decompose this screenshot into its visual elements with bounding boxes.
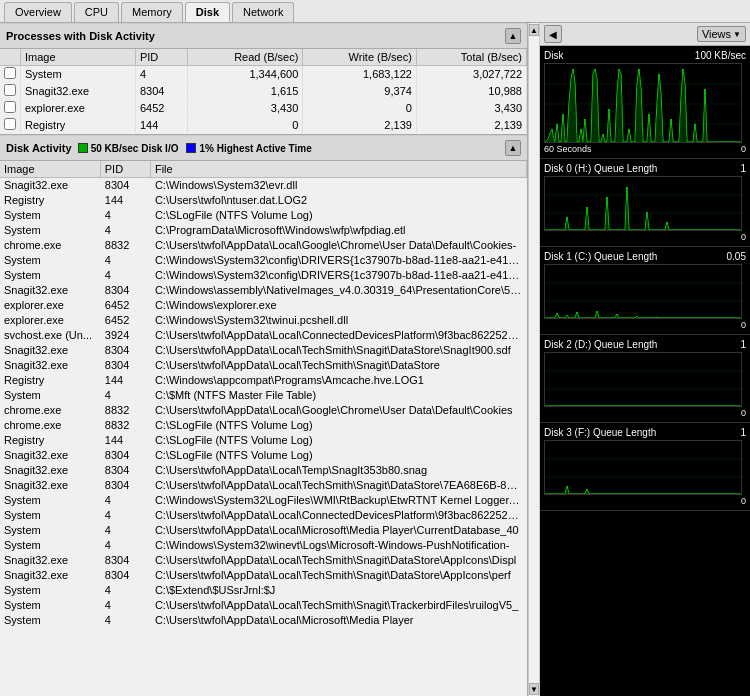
list-item: Snagit32.exe 8304 C:\Windows\assembly\Na…: [0, 283, 527, 298]
row-write: 0: [303, 100, 417, 117]
disk-activity-header-left: Disk Activity 50 KB/sec Disk I/O 1% High…: [6, 142, 312, 154]
legend-active-box: [186, 143, 196, 153]
activity-image: Snagit32.exe: [0, 478, 100, 493]
table-row: explorer.exe 6452 3,430 0 3,430: [0, 100, 527, 117]
col-check: [0, 49, 21, 66]
list-item: Snagit32.exe 8304 C:\SLogFile (NTFS Volu…: [0, 448, 527, 463]
row-pid: 4: [135, 66, 188, 83]
disk1-title: Disk 1 (C:) Queue Length: [544, 251, 657, 262]
disk2-value: 1: [740, 339, 746, 350]
row-checkbox-cell[interactable]: [0, 66, 21, 83]
activity-file: C:\Users\twfol\AppData\Local\TechSmith\S…: [150, 343, 526, 358]
row-read: 3,430: [188, 100, 303, 117]
activity-col-file: File: [150, 161, 526, 178]
processes-section: Processes with Disk Activity ▲ Image PID…: [0, 23, 527, 135]
activity-image: System: [0, 253, 100, 268]
disk2-title: Disk 2 (D:) Queue Length: [544, 339, 657, 350]
disk-main-time: 60 Seconds: [544, 144, 592, 154]
activity-image: chrome.exe: [0, 403, 100, 418]
activity-pid: 8304: [100, 448, 150, 463]
tab-overview[interactable]: Overview: [4, 2, 72, 22]
activity-file: C:\Users\twfol\AppData\Local\TechSmith\S…: [150, 478, 526, 493]
row-total: 2,139: [416, 117, 526, 134]
activity-image: Snagit32.exe: [0, 553, 100, 568]
row-write: 1,683,122: [303, 66, 417, 83]
row-checkbox[interactable]: [4, 101, 16, 113]
activity-file: C:\Users\twfol\AppData\Local\TechSmith\S…: [150, 553, 526, 568]
row-read: 1,344,600: [188, 66, 303, 83]
row-checkbox[interactable]: [4, 67, 16, 79]
activity-image: chrome.exe: [0, 238, 100, 253]
disk0-label: Disk 0 (H:) Queue Length 1: [544, 163, 746, 174]
disk-activity-collapse-btn[interactable]: ▲: [505, 140, 521, 156]
list-item: System 4 C:\$Extend\$USsrJrnl:$J: [0, 583, 527, 598]
list-item: Snagit32.exe 8304 C:\Users\twfol\AppData…: [0, 553, 527, 568]
tab-bar: Overview CPU Memory Disk Network: [0, 0, 750, 23]
row-checkbox[interactable]: [4, 84, 16, 96]
disk1-label: Disk 1 (C:) Queue Length 0.05: [544, 251, 746, 262]
tab-disk[interactable]: Disk: [185, 2, 230, 22]
activity-pid: 8304: [100, 358, 150, 373]
views-button[interactable]: Views ▼: [697, 26, 746, 42]
list-item: chrome.exe 8832 C:\SLogFile (NTFS Volume…: [0, 418, 527, 433]
row-checkbox-cell[interactable]: [0, 83, 21, 100]
activity-image: System: [0, 613, 100, 628]
legend-io-label: 50 KB/sec Disk I/O: [91, 143, 179, 154]
list-item: Snagit32.exe 8304 C:\Users\twfol\AppData…: [0, 343, 527, 358]
tab-cpu[interactable]: CPU: [74, 2, 119, 22]
activity-image: System: [0, 508, 100, 523]
row-pid: 144: [135, 117, 188, 134]
activity-image: System: [0, 538, 100, 553]
disk1-value: 0.05: [727, 251, 746, 262]
disk3-canvas: [544, 440, 742, 495]
disk3-zero: 0: [741, 496, 746, 506]
activity-file: C:\Users\twfol\AppData\Local\Google\Chro…: [150, 403, 526, 418]
activity-image: System: [0, 208, 100, 223]
disk0-bottom: 0: [544, 232, 746, 242]
legend-io: 50 KB/sec Disk I/O: [78, 143, 179, 154]
scroll-down-btn[interactable]: ▼: [529, 683, 539, 695]
activity-file: C:\Users\twfol\AppData\Local\Microsoft\M…: [150, 613, 526, 628]
tab-network[interactable]: Network: [232, 2, 294, 22]
activity-pid: 4: [100, 493, 150, 508]
disk2-svg: [545, 353, 742, 407]
activity-image: Registry: [0, 193, 100, 208]
disk0-title: Disk 0 (H:) Queue Length: [544, 163, 657, 174]
row-checkbox-cell[interactable]: [0, 100, 21, 117]
activity-image: explorer.exe: [0, 313, 100, 328]
disk2-canvas: [544, 352, 742, 407]
disk1-bottom: 0: [544, 320, 746, 330]
main-layout: Processes with Disk Activity ▲ Image PID…: [0, 23, 750, 696]
disk-main-canvas: [544, 63, 742, 143]
activity-pid: 6452: [100, 298, 150, 313]
row-checkbox-cell[interactable]: [0, 117, 21, 134]
activity-file: C:\Users\twfol\AppData\Local\TechSmith\S…: [150, 568, 526, 583]
activity-pid: 144: [100, 433, 150, 448]
activity-table-scroll[interactable]: Image PID File Snagit32.exe 8304 C:\Wind…: [0, 161, 527, 696]
processes-scroll[interactable]: Image PID Read (B/sec) Write (B/sec) Tot…: [0, 49, 527, 134]
disk2-graph-section: Disk 2 (D:) Queue Length 1 0: [540, 335, 750, 423]
list-item: Registry 144 C:\SLogFile (NTFS Volume Lo…: [0, 433, 527, 448]
processes-collapse-btn[interactable]: ▲: [505, 28, 521, 44]
activity-pid: 4: [100, 598, 150, 613]
row-checkbox[interactable]: [4, 118, 16, 130]
scroll-up-btn[interactable]: ▲: [529, 24, 539, 36]
list-item: Registry 144 C:\Users\twfol\ntuser.dat.L…: [0, 193, 527, 208]
activity-file: C:\Users\twfol\AppData\Local\Microsoft\M…: [150, 523, 526, 538]
list-item: System 4 C:\Users\twfol\AppData\Local\Mi…: [0, 613, 527, 628]
tab-memory[interactable]: Memory: [121, 2, 183, 22]
activity-pid: 8304: [100, 343, 150, 358]
activity-file: C:\$Mft (NTFS Master File Table): [150, 388, 526, 403]
activity-pid: 8304: [100, 568, 150, 583]
row-image: Snagit32.exe: [21, 83, 136, 100]
row-write: 2,139: [303, 117, 417, 134]
processes-table: Image PID Read (B/sec) Write (B/sec) Tot…: [0, 49, 527, 134]
main-scrollbar[interactable]: ▲ ▼: [528, 23, 540, 696]
disk-main-zero: 0: [741, 144, 746, 154]
nav-back-btn[interactable]: ◀: [544, 25, 562, 43]
activity-file: C:\SLogFile (NTFS Volume Log): [150, 433, 526, 448]
list-item: System 4 C:\ProgramData\Microsoft\Window…: [0, 223, 527, 238]
activity-image: System: [0, 523, 100, 538]
disk2-label: Disk 2 (D:) Queue Length 1: [544, 339, 746, 350]
activity-image: chrome.exe: [0, 418, 100, 433]
